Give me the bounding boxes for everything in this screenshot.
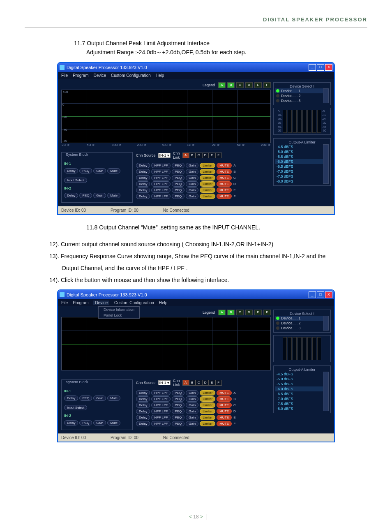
out-b-peq[interactable]: PEQ <box>172 396 184 402</box>
out-f-peq[interactable]: PEQ <box>172 421 184 426</box>
out-e-limiter[interactable]: Limiter <box>200 415 215 420</box>
limiter-value-3[interactable]: -6.0 dBFS <box>275 386 323 391</box>
out-d-delay[interactable]: Delay <box>136 181 150 187</box>
out-f-peq[interactable]: PEQ <box>172 194 184 199</box>
link-f[interactable]: F <box>215 153 222 158</box>
input-select-button-2[interactable]: Input Select <box>64 405 87 410</box>
out-a-limiter[interactable]: Limiter <box>200 390 215 396</box>
in2-peq[interactable]: PEQ <box>79 193 92 198</box>
out-f-mute[interactable]: MUTE <box>217 421 232 426</box>
out-d-limiter[interactable]: Limiter <box>200 181 215 187</box>
limiter-value-7[interactable]: -8.0 dBFS <box>275 179 323 184</box>
out-f-gain[interactable]: Gain <box>186 421 198 426</box>
minimize-button[interactable]: _ <box>309 64 316 71</box>
out-b-hpf lpf[interactable]: HPF LPF <box>151 169 171 174</box>
out-a-hpf lpf[interactable]: HPF LPF <box>151 390 171 396</box>
link-e[interactable]: E <box>209 153 215 158</box>
link-c-2[interactable]: C <box>196 380 202 386</box>
limiter-value-7[interactable]: -8.0 dBFS <box>275 406 323 411</box>
out-d-gain[interactable]: Gain <box>186 181 198 187</box>
out-b-limiter[interactable]: Limiter <box>200 396 215 402</box>
out-c-peq[interactable]: PEQ <box>172 402 184 408</box>
menu-program[interactable]: Program <box>73 73 88 78</box>
out-e-mute[interactable]: MUTE <box>217 415 232 420</box>
legend-led-b-2[interactable]: B <box>227 310 235 315</box>
out-a-hpf lpf[interactable]: HPF LPF <box>151 163 171 168</box>
out-c-gain[interactable]: Gain <box>186 175 198 180</box>
limiter-value-1[interactable]: -5.0 dBFS <box>275 149 323 154</box>
in2-delay-2[interactable]: Delay <box>64 420 78 426</box>
limiter-scrollbar-2[interactable] <box>323 372 329 411</box>
out-b-hpf lpf[interactable]: HPF LPF <box>151 396 171 402</box>
out-c-hpf lpf[interactable]: HPF LPF <box>151 402 171 408</box>
submenu-panel-lock[interactable]: Panel Lock <box>99 312 139 318</box>
out-e-gain[interactable]: Gain <box>186 415 198 420</box>
out-a-mute[interactable]: MUTE <box>217 390 232 396</box>
out-a-gain[interactable]: Gain <box>186 390 198 396</box>
out-b-limiter[interactable]: Limiter <box>200 169 215 174</box>
out-b-mute[interactable]: MUTE <box>217 396 232 402</box>
menu-device[interactable]: Device <box>93 73 106 78</box>
limiter-scrollbar[interactable] <box>323 144 329 184</box>
out-d-peq[interactable]: PEQ <box>172 409 184 414</box>
out-c-mute[interactable]: MUTE <box>217 402 232 408</box>
out-f-delay[interactable]: Delay <box>136 421 150 426</box>
menu-program-2[interactable]: Program <box>73 301 88 305</box>
legend-led-d-2[interactable]: D <box>245 310 253 315</box>
link-e-2[interactable]: E <box>209 380 215 386</box>
limiter-value-2[interactable]: -5.5 dBFS <box>275 154 323 159</box>
legend-led-a-2[interactable]: A <box>218 310 226 315</box>
maximize-button[interactable]: □ <box>317 64 324 71</box>
menu-file[interactable]: File <box>61 73 68 78</box>
in1-mute-2[interactable]: Mute <box>107 396 120 401</box>
out-a-delay[interactable]: Delay <box>136 163 150 168</box>
in1-peq-2[interactable]: PEQ <box>79 396 92 401</box>
out-d-hpf lpf[interactable]: HPF LPF <box>151 409 171 414</box>
limiter-value-3[interactable]: -6.0 dBFS <box>275 159 323 164</box>
out-b-gain[interactable]: Gain <box>186 396 198 402</box>
legend-led-e[interactable]: E <box>254 82 262 88</box>
device-2-2[interactable]: Device......2 <box>275 321 323 326</box>
out-d-mute[interactable]: MUTE <box>217 409 232 414</box>
device-1[interactable]: Device......1 <box>275 88 323 93</box>
legend-led-a[interactable]: A <box>218 82 226 88</box>
minimize-button-2[interactable]: _ <box>309 291 316 298</box>
menu-help[interactable]: Help <box>156 73 164 78</box>
link-a-2[interactable]: A <box>182 380 189 386</box>
limiter-value-4[interactable]: -6.5 dBFS <box>275 391 323 396</box>
in1-peq[interactable]: PEQ <box>79 168 92 173</box>
legend-led-c-2[interactable]: C <box>236 310 244 315</box>
link-b-2[interactable]: B <box>189 380 196 386</box>
in1-delay[interactable]: Delay <box>64 168 78 173</box>
menu-help-2[interactable]: Help <box>159 301 168 305</box>
input-select-button[interactable]: Input Select <box>64 178 87 183</box>
out-e-hpf lpf[interactable]: HPF LPF <box>151 415 171 420</box>
chn-source-select[interactable]: IN-1 ▾ <box>158 153 171 158</box>
in2-gain-2[interactable]: Gain <box>93 420 106 426</box>
out-e-hpf lpf[interactable]: HPF LPF <box>151 187 171 193</box>
out-f-hpf lpf[interactable]: HPF LPF <box>151 194 171 199</box>
close-button[interactable]: X <box>325 64 332 71</box>
limiter-value-6[interactable]: -7.5 dBFS <box>275 174 323 179</box>
out-a-peq[interactable]: PEQ <box>172 163 184 168</box>
in1-delay-2[interactable]: Delay <box>64 396 78 401</box>
limiter-value-0[interactable]: -4.5 dBFS <box>275 144 323 149</box>
out-a-mute[interactable]: MUTE <box>217 163 232 168</box>
out-b-gain[interactable]: Gain <box>186 169 198 174</box>
out-e-peq[interactable]: PEQ <box>172 415 184 420</box>
out-a-gain[interactable]: Gain <box>186 163 198 168</box>
out-c-limiter[interactable]: Limiter <box>200 402 215 408</box>
out-e-mute[interactable]: MUTE <box>217 187 232 193</box>
out-f-limiter[interactable]: Limiter <box>200 194 215 199</box>
out-a-peq[interactable]: PEQ <box>172 390 184 396</box>
out-c-mute[interactable]: MUTE <box>217 175 232 180</box>
out-d-hpf lpf[interactable]: HPF LPF <box>151 181 171 187</box>
out-f-mute[interactable]: MUTE <box>217 194 232 199</box>
chn-source-select-2[interactable]: IN-1 ▾ <box>158 380 171 385</box>
out-e-delay[interactable]: Delay <box>136 415 150 420</box>
out-e-delay[interactable]: Delay <box>136 187 150 193</box>
in2-gain[interactable]: Gain <box>93 193 106 198</box>
link-d-2[interactable]: D <box>202 380 209 386</box>
out-c-hpf lpf[interactable]: HPF LPF <box>151 175 171 180</box>
in2-delay[interactable]: Delay <box>64 193 78 198</box>
